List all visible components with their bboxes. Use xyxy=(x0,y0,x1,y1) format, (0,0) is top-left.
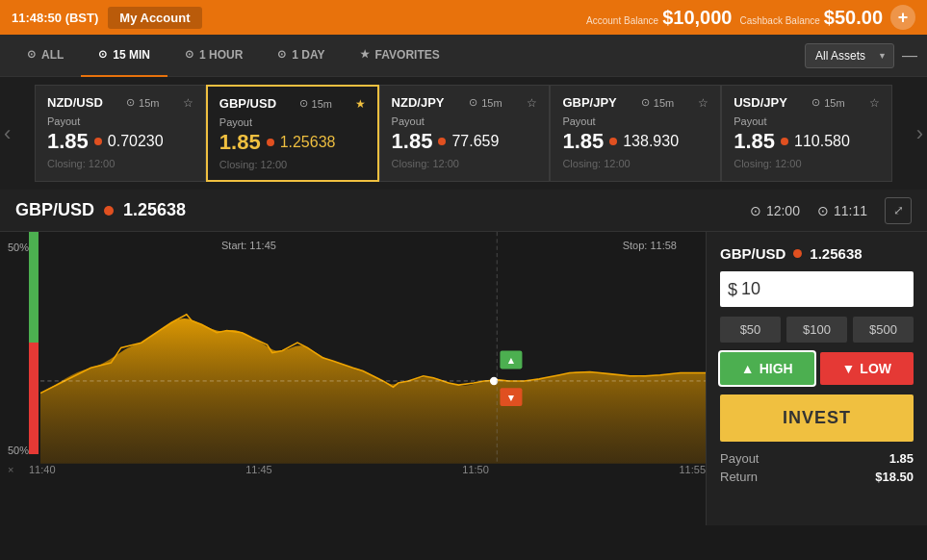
card-star-nzdjpy[interactable]: ☆ xyxy=(527,96,537,110)
rp-pair: GBP/USD xyxy=(720,245,785,262)
card-timer-nzdusd: ⊙ 15m xyxy=(126,96,159,109)
asset-cards-container: ‹ NZD/USD ⊙ 15m ☆ Payout 1.85 0.70230 Cl… xyxy=(0,77,927,190)
quick-btn-50[interactable]: $50 xyxy=(720,317,781,343)
asset-header-price-dot xyxy=(104,206,114,216)
rp-stats: Payout 1.85 Return $18.50 xyxy=(720,451,914,484)
card-payout-label-usdjpy: Payout xyxy=(734,115,880,127)
tab-all-icon: ⊙ xyxy=(27,48,36,61)
card-value-gbpusd: 1.85 1.25638 xyxy=(219,130,366,155)
return-value: $18.50 xyxy=(875,470,914,484)
amount-input[interactable] xyxy=(720,271,914,307)
asset-header-price: 1.25638 xyxy=(123,200,186,220)
quick-btn-500[interactable]: $500 xyxy=(853,317,914,343)
quick-btn-100[interactable]: $100 xyxy=(786,317,847,343)
low-button[interactable]: ▼ LOW xyxy=(820,352,914,385)
cards-arrow-right[interactable]: › xyxy=(916,121,923,146)
expand-chart-button[interactable]: ⤢ xyxy=(885,197,912,224)
tab-favorites[interactable]: ★ FAVORITES xyxy=(343,35,457,77)
close-time-block: ⊙ 12:00 xyxy=(750,203,800,218)
card-pair-nzdusd: NZD/USD xyxy=(47,95,103,110)
invest-button[interactable]: INVEST xyxy=(720,395,914,442)
rp-price: 1.25638 xyxy=(810,245,862,262)
card-mult-usdjpy: 1.85 xyxy=(734,129,775,154)
card-dot-gbpjpy xyxy=(609,138,617,145)
main-content: 50% 50% × Start: 11:45 Stop: 11:58 xyxy=(0,232,927,525)
asset-card-gbpjpy[interactable]: GBP/JPY ⊙ 15m ☆ Payout 1.85 138.930 Clos… xyxy=(550,85,721,182)
card-star-gbpjpy[interactable]: ☆ xyxy=(698,96,708,110)
dollar-sign: $ xyxy=(728,279,737,299)
high-arrow-icon: ▲ xyxy=(741,361,755,376)
clock-icon-nzdusd: ⊙ xyxy=(126,96,135,109)
svg-text:▼: ▼ xyxy=(506,393,516,403)
tab-15min-label: 15 MIN xyxy=(113,48,150,62)
card-timer-nzdjpy: ⊙ 15m xyxy=(469,96,502,109)
deposit-button[interactable]: + xyxy=(890,5,915,30)
card-price-gbpusd: 1.25638 xyxy=(280,134,336,151)
clock-icon-nzdjpy: ⊙ xyxy=(469,96,477,109)
low-arrow-icon: ▼ xyxy=(841,361,855,376)
cards-scroll: NZD/USD ⊙ 15m ☆ Payout 1.85 0.70230 Clos… xyxy=(0,85,927,182)
card-dot-nzdusd xyxy=(94,138,102,145)
card-pair-gbpusd: GBP/USD xyxy=(219,96,276,111)
alarm-icon: ⊙ xyxy=(750,203,761,218)
card-price-usdjpy: 110.580 xyxy=(794,133,850,150)
tab-1hour[interactable]: ⊙ 1 HOUR xyxy=(167,35,260,77)
clock-icon-usdjpy: ⊙ xyxy=(811,96,820,109)
card-pair-usdjpy: USD/JPY xyxy=(734,95,787,110)
card-closing-nzdjpy: Closing: 12:00 xyxy=(392,158,538,169)
asset-card-nzdjpy[interactable]: NZD/JPY ⊙ 15m ☆ Payout 1.85 77.659 Closi… xyxy=(379,85,551,182)
card-value-nzdusd: 1.85 0.70230 xyxy=(47,129,193,154)
card-price-nzdusd: 0.70230 xyxy=(108,133,164,150)
tab-1day-label: 1 DAY xyxy=(292,48,324,62)
low-button-label: LOW xyxy=(860,361,891,376)
asset-card-nzdusd[interactable]: NZD/USD ⊙ 15m ☆ Payout 1.85 0.70230 Clos… xyxy=(35,85,206,182)
tabs-bar: ⊙ ALL ⊙ 15 MIN ⊙ 1 HOUR ⊙ 1 DAY ★ FAVORI… xyxy=(0,35,927,77)
tabs-right: All Assets Forex Crypto Stocks — xyxy=(805,43,917,68)
card-closing-gbpusd: Closing: 12:00 xyxy=(219,159,366,170)
tab-15min[interactable]: ⊙ 15 MIN xyxy=(81,35,167,77)
tab-favorites-icon: ★ xyxy=(360,48,370,61)
cashback-label: Cashback Balance xyxy=(739,15,819,26)
tab-all[interactable]: ⊙ ALL xyxy=(10,35,81,77)
card-payout-label-gbpjpy: Payout xyxy=(562,115,708,127)
asset-filter-wrap: All Assets Forex Crypto Stocks xyxy=(805,43,894,68)
card-star-usdjpy[interactable]: ☆ xyxy=(869,96,880,110)
chart-area: 50% 50% × Start: 11:45 Stop: 11:58 xyxy=(0,232,706,525)
cards-arrow-left[interactable]: ‹ xyxy=(4,121,11,146)
card-header-usdjpy: USD/JPY ⊙ 15m ☆ xyxy=(734,95,880,110)
layout-icon[interactable]: — xyxy=(902,47,917,64)
card-timer-gbpusd: ⊙ 15m xyxy=(299,97,332,110)
card-star-gbpusd[interactable]: ★ xyxy=(355,97,366,111)
balance-block: Account Balance $10,000 xyxy=(586,7,732,29)
payout-row: Payout 1.85 xyxy=(720,451,914,466)
card-price-gbpjpy: 138.930 xyxy=(623,133,679,150)
tab-1day[interactable]: ⊙ 1 DAY xyxy=(260,35,342,77)
svg-text:▲: ▲ xyxy=(506,355,516,366)
card-price-nzdjpy: 77.659 xyxy=(451,133,499,150)
high-button[interactable]: ▲ HIGH xyxy=(720,352,814,385)
clock-icon-gbpusd: ⊙ xyxy=(299,97,308,110)
payout-label: Payout xyxy=(720,451,759,466)
cashback-value: $50.00 xyxy=(824,7,883,29)
card-dot-gbpusd xyxy=(267,139,274,146)
card-star-nzdusd[interactable]: ☆ xyxy=(183,96,193,110)
asset-header-right: ⊙ 12:00 ⊙ 11:11 ⤢ xyxy=(750,197,912,224)
card-pair-gbpjpy: GBP/JPY xyxy=(562,95,616,110)
direction-buttons: ▲ HIGH ▼ LOW xyxy=(720,352,914,385)
current-time-block: ⊙ 11:11 xyxy=(817,203,867,218)
card-closing-gbpjpy: Closing: 12:00 xyxy=(562,158,708,169)
asset-card-gbpusd[interactable]: GBP/USD ⊙ 15m ★ Payout 1.85 1.25638 Clos… xyxy=(206,85,379,182)
account-button[interactable]: My Account xyxy=(108,7,201,29)
asset-filter-select[interactable]: All Assets Forex Crypto Stocks xyxy=(805,43,894,68)
chart-close-icon[interactable]: × xyxy=(8,464,13,475)
card-pair-nzdjpy: NZD/JPY xyxy=(392,95,445,110)
chart-pct-top: 50% xyxy=(8,242,29,253)
amount-input-wrap: $ xyxy=(720,271,914,307)
balance-label: Account Balance xyxy=(586,15,658,26)
tab-all-label: ALL xyxy=(41,48,64,62)
current-time-value: 11:11 xyxy=(834,203,867,218)
asset-card-usdjpy[interactable]: USD/JPY ⊙ 15m ☆ Payout 1.85 110.580 Clos… xyxy=(721,85,892,182)
balance-value: $10,000 xyxy=(662,7,732,29)
rp-header: GBP/USD 1.25638 xyxy=(720,245,914,262)
card-timer-usdjpy: ⊙ 15m xyxy=(811,96,844,109)
